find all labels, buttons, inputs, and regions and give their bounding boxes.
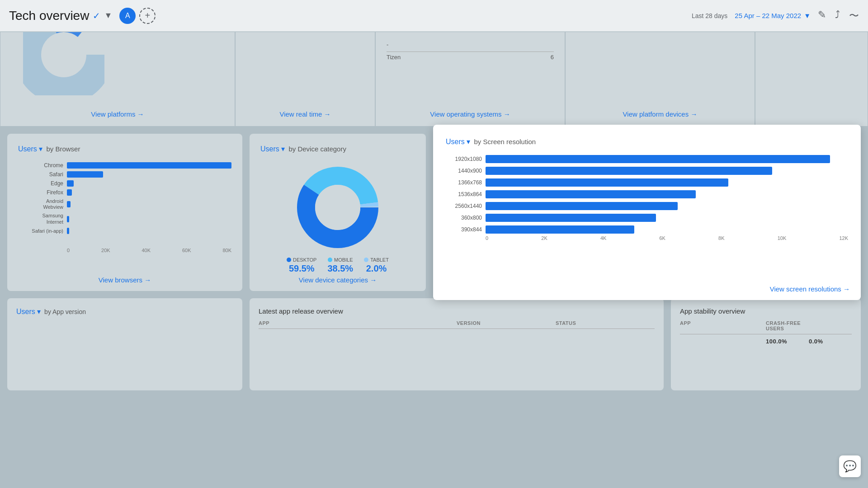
- stability-value-0: 0.0%: [809, 338, 852, 345]
- svg-point-0: [28, 32, 100, 91]
- device-users-dropdown[interactable]: Users ▾: [260, 145, 285, 153]
- h-fill-2560: [486, 202, 678, 210]
- device-card-title: Users ▾ by Device category: [260, 145, 415, 153]
- check-icon: ✓: [93, 10, 100, 21]
- bar-container-safari-inapp: [67, 228, 231, 234]
- screen-users-dropdown[interactable]: Users ▾: [446, 137, 470, 146]
- h-fill-360: [486, 214, 656, 222]
- bar-row-edge: Edge: [18, 180, 231, 187]
- middle-row: Users ▾ by Browser Chrome Safari Edge: [0, 127, 868, 298]
- view-screen-resolutions-link[interactable]: View screen resolutions →: [770, 285, 850, 293]
- legend-label-mobile: MOBILE: [328, 257, 353, 263]
- date-dropdown-icon[interactable]: ▼: [804, 12, 811, 19]
- bar-container-firefox: [67, 189, 231, 196]
- chart-icon[interactable]: 〜: [849, 9, 859, 23]
- chat-icon-symbol: 💬: [843, 460, 857, 473]
- stability-col-crash: CRASH-FREE USERS: [766, 320, 809, 331]
- bar-row-firefox: Firefox: [18, 189, 231, 196]
- donut-chart: [260, 162, 415, 253]
- bar-row-safari: Safari: [18, 171, 231, 178]
- col-version: VERSION: [457, 320, 556, 326]
- chat-icon[interactable]: 💬: [839, 455, 861, 477]
- bar-container-chrome: [67, 162, 231, 169]
- legend-value-mobile: 38.5%: [327, 263, 353, 274]
- view-browsers-link[interactable]: View browsers →: [7, 276, 242, 284]
- bar-label-firefox: Firefox: [18, 189, 63, 196]
- bar-label-chrome: Chrome: [18, 162, 63, 169]
- bar-fill-firefox: [67, 189, 72, 196]
- share-icon[interactable]: ⤴: [835, 9, 840, 23]
- bar-fill-chrome: [67, 162, 231, 169]
- tizen-row: - Tizen 6: [387, 41, 554, 61]
- browser-card: Users ▾ by Browser Chrome Safari Edge: [7, 134, 242, 291]
- h-label-1536: 1536x864: [446, 191, 482, 197]
- bar-row-android-webview: AndroidWebview: [18, 198, 231, 210]
- legend-value-desktop: 59.5%: [289, 263, 315, 274]
- users-dropdown[interactable]: Users ▾: [18, 145, 42, 153]
- app-version-title: Users ▾ by App version: [16, 307, 233, 316]
- app-release-title-text: Latest app release overview: [259, 307, 343, 315]
- top-row: View platforms → View real time → - Tize…: [0, 32, 868, 127]
- h-label-1366: 1366x768: [446, 179, 482, 186]
- h-bar-2560: 2560x1440: [446, 202, 848, 210]
- view-os-link[interactable]: View operating systems →: [376, 110, 565, 118]
- title-dropdown-icon[interactable]: ▼: [104, 11, 112, 20]
- avatar[interactable]: A: [119, 8, 136, 24]
- platforms-card: View platforms →: [0, 32, 235, 127]
- bar-label-android-webview: AndroidWebview: [18, 198, 63, 210]
- h-fill-1440: [486, 167, 772, 175]
- bar-container-samsung: [67, 216, 231, 222]
- add-button[interactable]: +: [139, 8, 156, 24]
- os-card: - Tizen 6 View operating systems →: [375, 32, 565, 127]
- h-label-1920: 868x488: [446, 156, 482, 162]
- view-platforms-text: View platforms →: [91, 110, 144, 118]
- bar-label-safari-inapp: Safari (in-app): [18, 228, 63, 234]
- tizen-label: Tizen: [387, 54, 401, 61]
- app-version-subtitle: by App version: [42, 308, 86, 315]
- screen-axis-labels: 0 2K 4K 6K 8K 10K 12K: [486, 235, 848, 241]
- bar-row-safari-inapp: Safari (in-app): [18, 228, 231, 234]
- bar-fill-android-webview: [67, 201, 71, 207]
- app-stability-title-text: App stability overview: [680, 307, 745, 315]
- app-stability-title: App stability overview: [680, 307, 852, 315]
- top-bar-right: Last 28 days 25 Apr – 22 May 2022 ▼ ✎ ⤴ …: [692, 9, 859, 23]
- browser-card-subtitle: by Browser: [44, 145, 80, 153]
- col-status: STATUS: [556, 320, 655, 326]
- view-devices-text: View platform devices →: [623, 110, 698, 118]
- stability-table-header: APP CRASH-FREE USERS: [680, 320, 852, 334]
- svg-point-5: [315, 185, 360, 230]
- top-bar: Tech overview ✓ ▼ A + Last 28 days 25 Ap…: [0, 0, 868, 32]
- view-browsers-text: View browsers →: [99, 276, 151, 284]
- view-platforms-link[interactable]: View platforms →: [0, 110, 235, 118]
- bar-fill-samsung: [67, 216, 69, 222]
- bottom-row: Users ▾ by App version Latest app releas…: [0, 298, 868, 398]
- browser-bar-chart: Chrome Safari Edge Firefox: [18, 162, 231, 234]
- h-fill-1536: [486, 190, 696, 198]
- h-bar-1536: 1536x864: [446, 190, 848, 198]
- app-version-dropdown[interactable]: Users ▾: [16, 307, 41, 316]
- date-range-text: 25 Apr – 22 May 2022: [735, 12, 801, 19]
- view-device-categories-link[interactable]: View device categories →: [250, 276, 426, 284]
- screen-bar-chart: 868x488 1440x900 1366x768 1536x864: [446, 155, 848, 234]
- bar-label-edge: Edge: [18, 180, 63, 187]
- view-device-text: View device categories →: [299, 276, 377, 284]
- screen-resolution-card: Users ▾ by Screen resolution 868x488 1…: [433, 125, 861, 300]
- edit-icon[interactable]: ✎: [818, 9, 826, 23]
- legend-label-desktop: DESKTOP: [287, 257, 316, 263]
- stability-values-row: 100.0% 0.0%: [680, 338, 852, 347]
- stability-col-app: APP: [680, 320, 766, 331]
- bar-label-safari: Safari: [18, 171, 63, 178]
- browser-card-title: Users ▾ by Browser: [18, 145, 231, 153]
- view-realtime-link[interactable]: View real time →: [236, 110, 375, 118]
- bar-fill-edge: [67, 180, 74, 187]
- device-card: Users ▾ by Device category DESKTOP 59.5%: [250, 134, 426, 291]
- view-devices-link[interactable]: View platform devices →: [566, 110, 755, 118]
- tablet-dot: [364, 258, 368, 262]
- legend-tablet: TABLET 2.0%: [364, 257, 389, 274]
- app-release-title: Latest app release overview: [259, 307, 655, 315]
- date-range[interactable]: 25 Apr – 22 May 2022 ▼: [735, 12, 811, 19]
- mobile-dot: [328, 258, 332, 262]
- view-screen-text: View screen resolutions →: [770, 285, 850, 293]
- h-label-390: 390x844: [446, 226, 482, 233]
- spacer-card: [755, 32, 868, 127]
